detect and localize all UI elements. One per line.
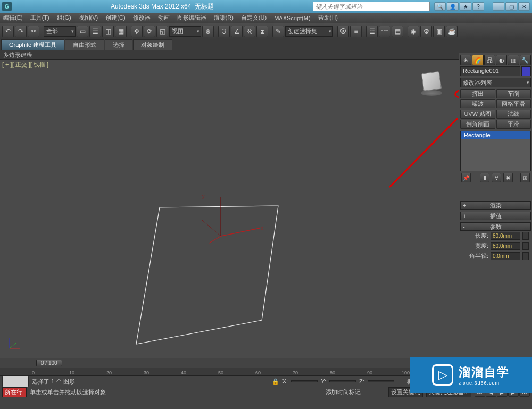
render-button[interactable]: ☕ bbox=[446, 26, 458, 37]
preset-extrude[interactable]: 挤出 bbox=[460, 89, 495, 98]
width-spinner-buttons[interactable] bbox=[522, 242, 529, 250]
x-field[interactable] bbox=[291, 380, 318, 382]
pin-stack-button[interactable]: 📌 bbox=[461, 173, 471, 182]
preset-uvwmap[interactable]: UVW 贴图 bbox=[460, 110, 495, 119]
help-icon[interactable]: ? bbox=[472, 2, 484, 11]
rollout-parameters[interactable]: -参数 长度: 80.0mm 宽度: 80.0mm 角半径: 0.0mm bbox=[460, 222, 531, 261]
percent-snap-toggle[interactable]: % bbox=[244, 26, 255, 37]
tab-display[interactable]: ▥ bbox=[508, 55, 519, 65]
curve-editor-button[interactable]: 〰 bbox=[379, 26, 390, 37]
length-spinner[interactable]: 80.0mm bbox=[491, 232, 520, 240]
x-label: X: bbox=[282, 378, 288, 385]
fav-icon[interactable]: ★ bbox=[460, 2, 471, 11]
modifier-stack[interactable]: Rectangle bbox=[460, 131, 531, 171]
rollout-interpolation[interactable]: +插值 bbox=[460, 212, 531, 220]
menu-maxscript[interactable]: MAXScript(M) bbox=[274, 15, 310, 21]
script-listener-label[interactable]: 所在行: bbox=[2, 387, 27, 397]
undo-button[interactable]: ↶ bbox=[2, 26, 14, 37]
redo-button[interactable]: ↷ bbox=[15, 26, 27, 37]
render-frame-button[interactable]: ▣ bbox=[433, 26, 445, 37]
minimize-button[interactable]: — bbox=[493, 2, 504, 11]
preset-smooth[interactable]: 平滑 bbox=[496, 120, 531, 129]
time-slider-thumb[interactable]: 0 / 100 bbox=[36, 360, 62, 366]
named-selection-combo[interactable]: 创建选择集 bbox=[285, 26, 333, 37]
preset-noise[interactable]: 噪波 bbox=[460, 99, 495, 108]
select-name-button[interactable]: ☰ bbox=[89, 26, 101, 37]
tab-utilities[interactable]: 🔧 bbox=[520, 55, 531, 65]
ribbon-tab-objectpaint[interactable]: 对象绘制 bbox=[133, 39, 172, 50]
menu-rendering[interactable]: 渲染(R) bbox=[214, 14, 234, 22]
length-spinner-buttons[interactable] bbox=[522, 232, 529, 240]
rollout-render[interactable]: +渲染 bbox=[460, 201, 531, 210]
scale-button[interactable]: ◱ bbox=[156, 26, 168, 37]
schematic-view-button[interactable]: ▤ bbox=[392, 26, 403, 37]
ribbon-tab-freeform[interactable]: 自由形式 bbox=[65, 39, 104, 50]
menu-edit[interactable]: 编辑(E) bbox=[3, 14, 23, 22]
corner-radius-label: 角半径: bbox=[462, 252, 488, 260]
menu-modifiers[interactable]: 修改器 bbox=[133, 14, 151, 22]
layer-manager-button[interactable]: ☲ bbox=[366, 26, 378, 37]
width-spinner[interactable]: 80.0mm bbox=[491, 242, 520, 250]
menu-tools[interactable]: 工具(T) bbox=[30, 14, 49, 22]
tab-motion[interactable]: ◐ bbox=[496, 55, 507, 65]
modifier-list-combo[interactable]: 修改器列表 bbox=[460, 78, 531, 87]
preset-normal[interactable]: 法线 bbox=[496, 110, 531, 119]
trackbar-button[interactable] bbox=[2, 375, 29, 387]
selection-lock-button[interactable]: ✎ bbox=[272, 26, 284, 37]
ribbon-tab-modeling[interactable]: Graphite 建模工具 bbox=[1, 39, 64, 50]
menu-create[interactable]: 创建(C) bbox=[105, 14, 125, 22]
rotate-button[interactable]: ⟳ bbox=[144, 26, 155, 37]
window-crossing-button[interactable]: ▦ bbox=[115, 26, 127, 37]
viewport[interactable]: [ + ][ 正交 ][ 线框 ] y x bbox=[0, 60, 458, 358]
select-region-button[interactable]: ◫ bbox=[102, 26, 114, 37]
close-button[interactable]: ✕ bbox=[518, 2, 530, 11]
object-color-swatch[interactable] bbox=[521, 66, 531, 76]
menu-animation[interactable]: 动画 bbox=[158, 14, 170, 22]
configure-sets-button[interactable]: ⊞ bbox=[520, 173, 530, 182]
corner-radius-spinner-buttons[interactable] bbox=[522, 252, 529, 260]
make-unique-button[interactable]: ∀ bbox=[492, 173, 501, 182]
angle-snap-toggle[interactable]: ∠ bbox=[231, 26, 243, 37]
spinner-snap-toggle[interactable]: ⧗ bbox=[256, 26, 268, 37]
object-name-field[interactable]: Rectangle001 bbox=[460, 66, 520, 76]
add-time-tag[interactable]: 添加时间标记 bbox=[326, 388, 361, 396]
menu-group[interactable]: 组(G) bbox=[57, 14, 71, 22]
menu-views[interactable]: 视图(V) bbox=[79, 14, 98, 22]
ref-coord-combo[interactable]: 视图 bbox=[169, 26, 201, 37]
snap-toggle[interactable]: 3 bbox=[218, 26, 230, 37]
select-button[interactable]: ▭ bbox=[77, 26, 88, 37]
viewcube[interactable] bbox=[418, 69, 445, 96]
info-icon[interactable]: 🔍 bbox=[434, 2, 446, 11]
material-editor-button[interactable]: ◉ bbox=[408, 26, 419, 37]
preset-bevelprofile[interactable]: 倒角剖面 bbox=[460, 120, 495, 129]
pivot-button[interactable]: ⊕ bbox=[202, 26, 214, 37]
corner-radius-spinner[interactable]: 0.0mm bbox=[491, 252, 520, 260]
ribbon-tab-selection[interactable]: 选择 bbox=[105, 39, 132, 50]
y-field[interactable] bbox=[329, 380, 356, 382]
remove-modifier-button[interactable]: ✖ bbox=[503, 173, 513, 182]
preset-meshsmooth[interactable]: 网格平滑 bbox=[496, 99, 531, 108]
align-button[interactable]: ≡ bbox=[350, 26, 362, 37]
selection-filter-combo[interactable]: 全部 bbox=[44, 26, 76, 37]
modifier-presets: 挤出 车削 噪波 网格平滑 UVW 贴图 法线 倒角剖面 平滑 bbox=[459, 88, 532, 130]
window-controls: — ▢ ✕ bbox=[493, 2, 530, 11]
show-end-result-button[interactable]: Ⅱ bbox=[480, 173, 489, 182]
signin-icon[interactable]: 👤 bbox=[447, 2, 459, 11]
app-icon: G bbox=[2, 2, 12, 11]
maximize-button[interactable]: ▢ bbox=[505, 2, 517, 11]
z-field[interactable] bbox=[368, 380, 394, 382]
menu-help[interactable]: 帮助(H) bbox=[318, 14, 338, 22]
menu-customize[interactable]: 自定义(U) bbox=[241, 14, 267, 22]
menu-grapheditors[interactable]: 图形编辑器 bbox=[177, 14, 206, 22]
link-button[interactable]: ⚯ bbox=[28, 26, 39, 37]
stack-item-rectangle[interactable]: Rectangle bbox=[461, 131, 530, 139]
tab-create[interactable]: ✳ bbox=[460, 55, 471, 65]
lock-icon[interactable]: 🔒 bbox=[272, 378, 279, 385]
preset-lathe[interactable]: 车削 bbox=[496, 89, 531, 98]
mirror-button[interactable]: ⦿ bbox=[337, 26, 349, 37]
help-search-input[interactable] bbox=[313, 2, 430, 11]
tab-modify[interactable]: 🌈 bbox=[472, 55, 483, 65]
render-setup-button[interactable]: ⚙ bbox=[420, 26, 432, 37]
tab-hierarchy[interactable]: 品 bbox=[484, 55, 495, 65]
move-button[interactable]: ✥ bbox=[131, 26, 143, 37]
